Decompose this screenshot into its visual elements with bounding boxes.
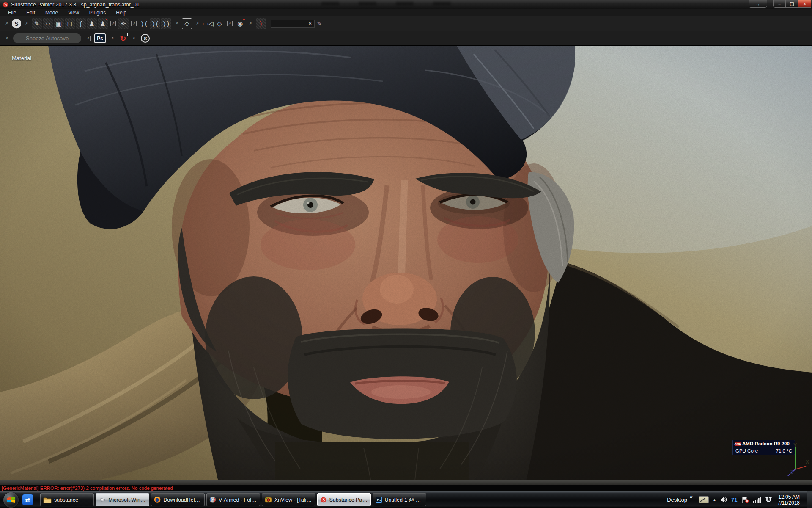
shader-error-text: [GenericMaterial] ERROR: error(#273) 2 c…	[2, 486, 173, 491]
menu-file[interactable]: File	[3, 10, 21, 16]
menu-edit[interactable]: Edit	[22, 10, 40, 16]
dropbox-icon[interactable]	[765, 497, 772, 503]
smudge-tool-icon[interactable]: ʃ	[76, 18, 86, 29]
amd-logo-icon: AMD	[735, 442, 741, 446]
taskbar-button-microsoft-windows[interactable]: Microsoft Windows	[96, 493, 149, 506]
photoshop-export-icon[interactable]: Ps	[94, 33, 106, 43]
substance-logo-icon[interactable]: S	[12, 19, 21, 29]
drive-icon	[99, 497, 106, 503]
xnview-icon	[265, 496, 272, 503]
eraser-tool-icon[interactable]: ▱	[43, 18, 53, 29]
axis-z-label: Z	[790, 469, 793, 475]
symmetry-plane-toggle-icon[interactable]: )	[256, 18, 266, 29]
menu-view[interactable]: View	[63, 10, 84, 16]
taskbar-button-substance-folder[interactable]: substance	[40, 493, 94, 506]
volume-icon[interactable]	[720, 497, 727, 503]
viewport-3d[interactable]: Material AMD AMD Radeon R9 200 GPU Core …	[0, 46, 812, 485]
window-title: Substance Painter 2017.3.3 - sp_afghan_t…	[11, 2, 140, 8]
start-button[interactable]	[3, 492, 19, 508]
substance-painter-window: Substance Painter 2017.3.3 - sp_afghan_t…	[0, 0, 812, 508]
network-signal-icon[interactable]	[753, 497, 761, 503]
clock-date: 7/11/2018	[778, 500, 800, 506]
popout-handle-icon[interactable]: ↗	[248, 21, 253, 26]
popout-handle-icon[interactable]: ↗	[4, 36, 9, 41]
popout-handle-icon[interactable]: ↗	[24, 21, 29, 26]
popout-handle-icon[interactable]: ↗	[174, 21, 179, 26]
close-button[interactable]: ×	[798, 0, 811, 8]
orthographic-cube-icon[interactable]: ◇	[214, 18, 225, 29]
brush-size-value: 8	[309, 21, 312, 27]
edit-pencil-icon[interactable]: ✎	[317, 20, 322, 27]
taskbar-button-downloadhelper[interactable]: DownloadHelper ...	[151, 493, 205, 506]
perspective-view-toggle-icon[interactable]: ◇	[182, 18, 192, 29]
popout-handle-icon[interactable]: ↗	[131, 36, 136, 41]
toolbar-chevron-icon: »	[690, 493, 693, 500]
snooze-autosave-button[interactable]: Snooze Autosave	[13, 33, 81, 43]
substance-painter-icon	[320, 496, 327, 504]
menu-help[interactable]: Help	[111, 10, 131, 16]
camera-view-icon[interactable]: ▭◁	[203, 18, 214, 29]
folder-icon	[43, 497, 52, 503]
show-hidden-icons-button[interactable]: ▲	[713, 498, 716, 502]
paint-brush-tool-icon[interactable]: ✎	[32, 18, 42, 29]
menu-plugins[interactable]: Plugins	[85, 10, 110, 16]
symmetry-z-toggle-icon[interactable]: ) )	[161, 18, 171, 29]
popout-handle-icon[interactable]: ↗	[195, 21, 200, 26]
character-render[interactable]	[0, 46, 812, 485]
popout-handle-icon[interactable]: ↗	[110, 21, 116, 26]
taskbar-button-photoshop[interactable]: Ps Untitled-1 @ 50% ...	[373, 493, 426, 506]
popout-handle-icon[interactable]: ↗	[227, 21, 233, 26]
status-bar: [GenericMaterial] ERROR: error(#273) 2 c…	[0, 485, 812, 491]
disc-sync-icon	[209, 496, 216, 504]
gpu-core-label: GPU Core	[735, 448, 758, 453]
brush-size-field[interactable]: 8	[271, 20, 315, 28]
windows-flag-icon	[7, 497, 15, 503]
axis-gizmo: Y X Z	[782, 443, 809, 479]
symmetry-x-toggle-icon[interactable]: ) (	[139, 18, 149, 29]
plugin-toolbar: ↗ Snooze Autosave ↗ Ps ↗ ↻ ↗ S	[0, 31, 812, 46]
main-toolbar: ↗S↗✎▱▣◻ʃ♟♟↗✒↗) () () )↗◇↗▭◁◇↗◉↗) 8 ✎	[0, 16, 812, 31]
minimize-button[interactable]: –	[773, 0, 786, 8]
titlebar[interactable]: Substance Painter 2017.3.3 - sp_afghan_t…	[0, 0, 812, 9]
substance-share-icon[interactable]: S	[141, 34, 150, 43]
substance-painter-app-icon	[3, 2, 8, 8]
polygon-fill-tool-icon[interactable]: ◻	[65, 18, 75, 29]
taskbar: ⇄ substance Microsoft Windows DownloadHe	[0, 491, 812, 508]
taskbar-button-v-armed[interactable]: V-Armed - Folder ...	[206, 493, 260, 506]
show-desktop-button[interactable]	[807, 491, 812, 508]
clone-stamp-material-tool-icon[interactable]: ♟	[98, 18, 108, 29]
material-picker-tool-icon[interactable]: ✒	[118, 18, 129, 29]
desktop-label: Desktop	[667, 497, 687, 503]
resources-updater-icon[interactable]: ↻	[120, 34, 126, 43]
axis-x-label: X	[806, 459, 809, 465]
desktop-toolbar[interactable]: Desktop »	[667, 497, 693, 503]
taskbar-clock[interactable]: 12:05 AM 7/11/2018	[778, 494, 800, 506]
clock-time: 12:05 AM	[778, 494, 800, 500]
clone-stamp-tool-icon[interactable]: ♟	[87, 18, 97, 29]
popout-handle-icon[interactable]: ↗	[110, 36, 115, 41]
photoshop-icon: Ps	[376, 496, 382, 504]
environment-sphere-icon[interactable]: ◉	[235, 18, 245, 29]
symmetry-y-toggle-icon[interactable]: ) (	[150, 18, 160, 29]
cpu-temp-readout[interactable]: 71	[731, 497, 737, 503]
projection-tool-icon[interactable]: ▣	[54, 18, 64, 29]
action-center-flag-icon[interactable]	[741, 497, 749, 503]
menubar: File Edit Mode View Plugins Help	[0, 9, 812, 16]
taskbar-button-xnview[interactable]: XnView - [Taliban...	[262, 493, 315, 506]
maximize-button[interactable]: ▢	[786, 0, 798, 8]
main-toolbar-items: ↗S↗✎▱▣◻ʃ♟♟↗✒↗) () () )↗◇↗▭◁◇↗◉↗)	[2, 18, 266, 29]
session-arrows-button[interactable]: ↔	[749, 0, 767, 8]
viewport-bottom-strip	[0, 480, 812, 485]
tablet-settings-icon[interactable]	[699, 496, 709, 503]
ghost-window-remnants	[321, 2, 451, 6]
material-label: Material	[12, 55, 31, 61]
taskbar-button-substance-painter[interactable]: Substance Painter...	[317, 493, 371, 506]
popout-handle-icon[interactable]: ↗	[85, 36, 91, 41]
popout-handle-icon[interactable]: ↗	[4, 21, 9, 26]
popout-handle-icon[interactable]: ↗	[131, 21, 137, 26]
svg-text:Ps: Ps	[377, 498, 381, 502]
axis-y-label: Y	[793, 443, 797, 448]
system-tray: ▲ 71	[699, 494, 800, 506]
teamviewer-icon[interactable]: ⇄	[22, 494, 33, 505]
menu-mode[interactable]: Mode	[41, 10, 63, 16]
